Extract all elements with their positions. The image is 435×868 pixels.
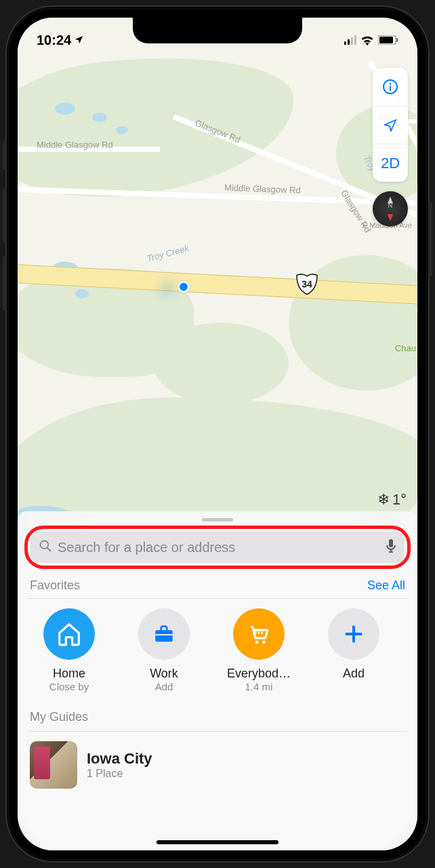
search-bar[interactable] [30, 532, 405, 563]
notch [133, 18, 302, 43]
svg-point-4 [390, 83, 392, 85]
home-indicator[interactable] [157, 840, 278, 844]
map-canvas[interactable]: Glasgow Rd Middle Glasgow Rd Middle Glas… [18, 18, 417, 553]
side-button [428, 202, 432, 277]
favorite-subtitle: 1.4 mi [245, 681, 273, 692]
favorite-work[interactable]: Work Add [126, 608, 202, 692]
cellular-signal-icon [344, 35, 356, 45]
favorite-subtitle: Close by [49, 681, 89, 692]
road-label: Middle Glasgow Rd [37, 140, 113, 150]
svg-rect-1 [379, 37, 393, 43]
favorite-place[interactable]: Everybod… 1.4 mi [221, 608, 297, 692]
wifi-icon [360, 35, 374, 45]
svg-point-14 [262, 641, 266, 644]
favorite-home[interactable]: Home Close by [31, 608, 107, 692]
guide-title: Iowa City [87, 750, 152, 768]
guides-section-label: My Guides [27, 692, 408, 731]
screen: 10:24 [18, 18, 417, 850]
svg-rect-12 [155, 634, 173, 635]
favorites-see-all-link[interactable]: See All [367, 578, 405, 593]
dictation-icon[interactable] [386, 538, 396, 556]
search-highlight-annotation [24, 526, 411, 569]
road-label: Middle Glasgow Rd [224, 182, 301, 195]
favorite-title: Work [150, 667, 178, 681]
divider [27, 731, 408, 732]
bottom-sheet[interactable]: Favorites See All Home Close by Work [18, 511, 417, 850]
status-time: 10:24 [37, 33, 71, 48]
map-info-button[interactable] [373, 68, 408, 106]
map-mode-button[interactable]: 2D [373, 144, 408, 182]
search-input[interactable] [58, 540, 380, 555]
favorite-title: Home [53, 667, 85, 681]
snowflake-icon: ❄︎ [377, 491, 390, 509]
search-icon [39, 539, 52, 555]
favorite-title: Everybod… [227, 667, 291, 681]
briefcase-icon [138, 608, 190, 660]
map-controls: 2D [373, 68, 408, 182]
drag-handle[interactable] [202, 518, 233, 521]
plus-icon [328, 608, 379, 660]
compass-button[interactable]: N [373, 191, 408, 226]
compass-north-label: N [388, 202, 393, 209]
svg-rect-8 [389, 539, 393, 547]
location-services-icon [74, 33, 84, 48]
creek-label: Troy Creek [146, 243, 190, 264]
favorites-row: Home Close by Work Add Everybod… 1.4 mi [27, 608, 408, 692]
svg-rect-2 [396, 38, 398, 42]
divider [27, 598, 408, 599]
home-icon [43, 608, 95, 660]
favorite-subtitle: Add [155, 681, 173, 692]
favorite-title: Add [343, 667, 365, 681]
volume-up-button [3, 189, 7, 243]
guide-subtitle: 1 Place [87, 768, 152, 780]
guide-item[interactable]: Iowa City 1 Place [27, 741, 408, 789]
svg-point-13 [255, 641, 259, 644]
cart-icon [233, 608, 285, 660]
silence-switch [3, 141, 7, 170]
svg-rect-5 [390, 85, 391, 91]
svg-line-7 [47, 548, 51, 551]
weather-temp: 1° [392, 491, 407, 509]
route-shield-icon: 34 [295, 273, 318, 296]
park-label: Chau [395, 343, 416, 353]
guide-thumbnail [30, 741, 77, 789]
device-frame: 10:24 [5, 5, 430, 863]
locate-me-button[interactable] [373, 106, 408, 144]
battery-icon [378, 35, 398, 45]
favorites-section-label: Favorites [30, 578, 80, 593]
volume-down-button [3, 256, 7, 311]
favorite-add[interactable]: Add [316, 608, 392, 692]
svg-rect-11 [155, 630, 173, 642]
user-location-dot [178, 281, 190, 293]
